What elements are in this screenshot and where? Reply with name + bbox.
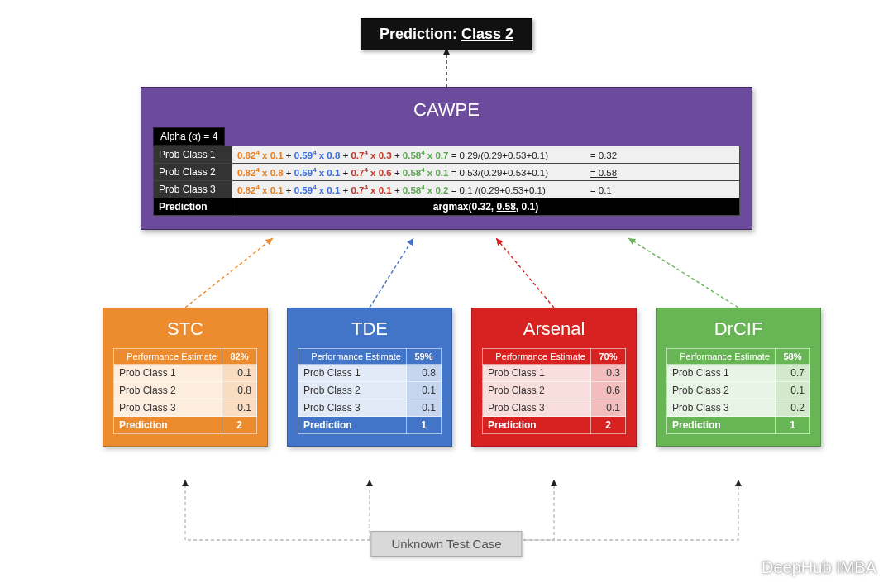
cawpe-pred-label: Prediction bbox=[154, 198, 232, 216]
classifier-title: TDE bbox=[298, 318, 442, 340]
prob-label: Prob Class 2 bbox=[483, 382, 591, 399]
svg-line-4 bbox=[628, 238, 738, 308]
classifier-title: STC bbox=[113, 318, 257, 340]
prob-label: Prob Class 3 bbox=[114, 399, 222, 417]
prob-value: 0.1 bbox=[222, 365, 257, 382]
perf-label: Performance Estimate bbox=[483, 349, 591, 365]
pred-value: 1 bbox=[776, 417, 810, 434]
prob-value: 0.8 bbox=[407, 365, 442, 382]
classifier-title: Arsenal bbox=[482, 318, 626, 340]
watermark-text: DeepHub IMBA bbox=[762, 558, 876, 577]
alpha-label: Alpha (α) = 4 bbox=[153, 127, 225, 146]
prob-label: Prob Class 2 bbox=[114, 382, 222, 399]
final-prediction-box: Prediction: Class 2 bbox=[361, 18, 532, 50]
cawpe-row-label: Prob Class 1 bbox=[154, 146, 232, 164]
pred-value: 1 bbox=[407, 417, 442, 434]
svg-line-1 bbox=[185, 238, 273, 308]
prob-label: Prob Class 1 bbox=[483, 365, 591, 382]
pred-value: 2 bbox=[591, 417, 626, 434]
prob-label: Prob Class 1 bbox=[667, 365, 776, 382]
classifier-card-stc: STC Performance Estimate82% Prob Class 1… bbox=[103, 308, 268, 447]
classifier-card-drcif: DrCIF Performance Estimate58% Prob Class… bbox=[656, 308, 821, 447]
prob-value: 0.7 bbox=[776, 365, 810, 382]
cawpe-row-calc: 0.824 x 0.1 + 0.594 x 0.1 + 0.74 x 0.1 +… bbox=[232, 181, 740, 198]
prob-label: Prob Class 1 bbox=[114, 365, 222, 382]
final-prediction-value: Class 2 bbox=[461, 26, 513, 42]
final-prediction-prefix: Prediction: bbox=[380, 26, 461, 42]
svg-line-2 bbox=[370, 238, 413, 308]
prob-label: Prob Class 2 bbox=[298, 382, 407, 399]
cawpe-pred-value: argmax(0.32, 0.58, 0.1) bbox=[232, 198, 740, 216]
perf-value: 70% bbox=[591, 349, 626, 365]
perf-label: Performance Estimate bbox=[114, 349, 222, 365]
prob-value: 0.2 bbox=[776, 399, 810, 417]
watermark: DeepHub IMBA bbox=[733, 557, 876, 578]
pred-label: Prediction bbox=[114, 417, 222, 434]
classifier-table: Performance Estimate58% Prob Class 10.7P… bbox=[666, 348, 810, 434]
perf-value: 58% bbox=[776, 349, 810, 365]
cawpe-row-label: Prob Class 3 bbox=[154, 181, 232, 198]
prob-label: Prob Class 1 bbox=[298, 365, 407, 382]
perf-value: 59% bbox=[407, 349, 442, 365]
pred-label: Prediction bbox=[667, 417, 776, 434]
prob-value: 0.1 bbox=[407, 382, 442, 399]
classifier-table: Performance Estimate70% Prob Class 10.3P… bbox=[482, 348, 626, 434]
prob-label: Prob Class 3 bbox=[298, 399, 407, 417]
prob-label: Prob Class 3 bbox=[483, 399, 591, 417]
pred-label: Prediction bbox=[483, 417, 591, 434]
svg-line-3 bbox=[496, 238, 554, 308]
prob-value: 0.6 bbox=[591, 382, 626, 399]
prob-value: 0.3 bbox=[591, 365, 626, 382]
classifier-title: DrCIF bbox=[666, 318, 810, 340]
prob-value: 0.1 bbox=[776, 382, 810, 399]
cawpe-rows: Prob Class 10.824 x 0.1 + 0.594 x 0.8 + … bbox=[153, 146, 740, 216]
cawpe-row-label: Prob Class 2 bbox=[154, 164, 232, 181]
wechat-icon bbox=[733, 557, 755, 578]
cawpe-row-calc: 0.824 x 0.1 + 0.594 x 0.8 + 0.74 x 0.3 +… bbox=[232, 146, 740, 164]
prob-value: 0.1 bbox=[407, 399, 442, 417]
prob-value: 0.1 bbox=[591, 399, 626, 417]
cawpe-title: CAWPE bbox=[153, 99, 740, 121]
classifier-card-tde: TDE Performance Estimate59% Prob Class 1… bbox=[287, 308, 452, 447]
perf-label: Performance Estimate bbox=[667, 349, 776, 365]
prob-value: 0.1 bbox=[222, 399, 257, 417]
cawpe-table: Alpha (α) = 4 bbox=[153, 127, 740, 146]
cawpe-row-calc: 0.824 x 0.8 + 0.594 x 0.1 + 0.74 x 0.6 +… bbox=[232, 164, 740, 181]
prob-label: Prob Class 2 bbox=[667, 382, 776, 399]
cawpe-box: CAWPE Alpha (α) = 4 Prob Class 10.824 x … bbox=[141, 87, 752, 230]
perf-value: 82% bbox=[222, 349, 257, 365]
pred-label: Prediction bbox=[298, 417, 407, 434]
prob-label: Prob Class 3 bbox=[667, 399, 776, 417]
classifier-card-ars: Arsenal Performance Estimate70% Prob Cla… bbox=[471, 308, 637, 447]
classifier-table: Performance Estimate59% Prob Class 10.8P… bbox=[298, 348, 442, 434]
classifier-table: Performance Estimate82% Prob Class 10.1P… bbox=[113, 348, 257, 434]
perf-label: Performance Estimate bbox=[298, 349, 407, 365]
prob-value: 0.8 bbox=[222, 382, 257, 399]
pred-value: 2 bbox=[222, 417, 257, 434]
unknown-test-case-box: Unknown Test Case bbox=[370, 531, 522, 557]
